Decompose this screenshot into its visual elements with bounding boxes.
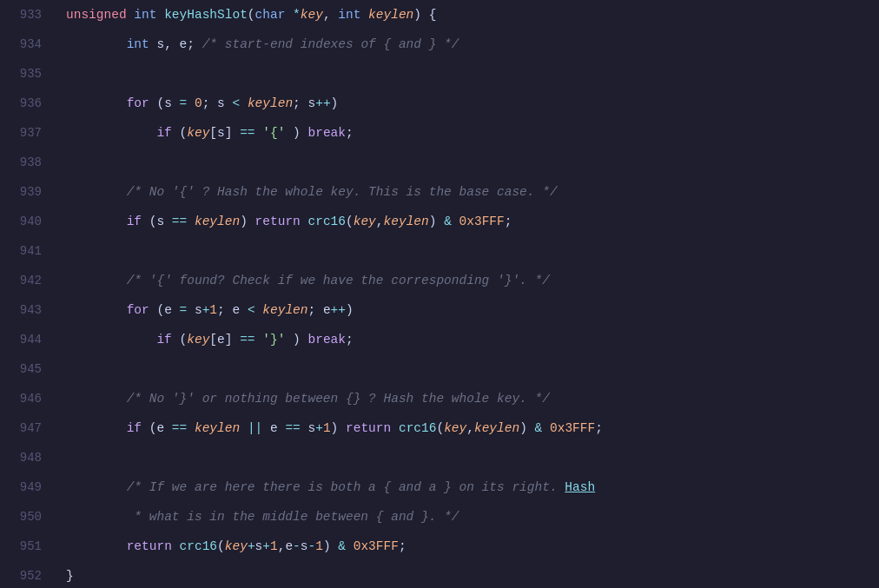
- token-punc: ;: [399, 539, 406, 553]
- token-punc: [: [209, 333, 217, 347]
- token-op: -: [293, 539, 301, 553]
- token-punc: ]: [225, 126, 240, 140]
- token-white: [66, 333, 156, 347]
- token-punc: (: [436, 421, 444, 435]
- line-number: 945: [9, 354, 42, 384]
- token-op: ==: [285, 421, 307, 435]
- token-num: 1: [323, 421, 331, 435]
- token-white: [66, 480, 127, 494]
- token-white: [66, 126, 156, 140]
- token-op: ++: [315, 96, 330, 110]
- token-punc: (: [346, 215, 354, 228]
- token-white: [66, 421, 127, 435]
- token-param: key: [187, 333, 209, 347]
- token-op: =: [180, 303, 195, 317]
- token-kw-type: int: [338, 8, 368, 22]
- token-kw-ctrl: break: [307, 333, 346, 347]
- token-hex: 0x3FFF: [459, 215, 505, 228]
- token-comment: /* No '}' or nothing between {} ? Hash t…: [127, 392, 550, 406]
- line-number: 950: [9, 502, 42, 532]
- token-kw-type: int: [134, 8, 164, 22]
- token-special-fn: crc16: [180, 539, 218, 553]
- token-punc: ): [293, 333, 307, 347]
- token-white: (s: [149, 215, 172, 228]
- code-line: if (e == keylen || e == s+1) return crc1…: [66, 413, 879, 443]
- line-number: 944: [9, 325, 42, 354]
- token-op: ++: [331, 303, 346, 317]
- token-white: [66, 539, 127, 553]
- token-punc: ;: [346, 126, 354, 140]
- token-pink-kw: unsigned: [66, 8, 134, 22]
- token-op: <: [232, 96, 247, 110]
- token-white: [66, 215, 127, 228]
- token-punc: ) {: [413, 8, 436, 22]
- token-punc: ): [240, 215, 254, 228]
- token-punc: ): [429, 215, 444, 228]
- token-punc: ,: [323, 8, 338, 22]
- code-line: unsigned int keyHashSlot(char *key, int …: [66, 0, 879, 30]
- line-number: 934: [9, 30, 42, 59]
- token-white: ; e: [308, 303, 331, 317]
- line-number: 951: [9, 532, 42, 561]
- code-line: * what is in the middle between { and }.…: [66, 502, 879, 532]
- token-punc: ): [323, 539, 338, 553]
- token-punc: ): [331, 421, 346, 435]
- code-line: if (key[s] == '{' ) break;: [66, 118, 879, 148]
- token-param: keylen: [195, 421, 248, 435]
- token-kw-ctrl: return: [346, 421, 399, 435]
- token-punc: (: [180, 333, 188, 347]
- code-line: /* '{' found? Check if we have the corre…: [66, 266, 879, 295]
- line-number: 952: [9, 561, 42, 588]
- line-number: 936: [9, 89, 42, 118]
- line-number: 935: [9, 59, 42, 89]
- token-kw-ctrl: if: [156, 333, 179, 347]
- token-kw-type: int: [127, 37, 157, 51]
- line-number: 933: [9, 0, 42, 30]
- token-punc: (: [217, 539, 225, 553]
- token-white: [66, 510, 127, 524]
- token-white: [66, 37, 127, 51]
- token-white: s: [255, 539, 263, 553]
- code-line: if (key[e] == '}' ) break;: [66, 325, 879, 354]
- token-white: ; e: [217, 303, 248, 317]
- code-editor: 9339349359369379389399409419429439449459…: [0, 0, 879, 588]
- token-hex: 0x3FFF: [550, 421, 595, 435]
- token-white: s: [308, 421, 316, 435]
- token-param: keylen: [474, 421, 519, 435]
- token-comment: /* If we are here there is both a { and …: [127, 480, 565, 494]
- line-number: 942: [9, 266, 42, 295]
- token-op: +: [262, 539, 270, 553]
- token-punc: (: [156, 303, 164, 317]
- token-param: key: [225, 539, 248, 553]
- code-line: int s, e; /* start-end indexes of { and …: [66, 30, 879, 59]
- token-white: e: [285, 539, 293, 553]
- code-line: [66, 443, 879, 472]
- token-punc: (: [156, 96, 164, 110]
- token-param: keylen: [368, 8, 413, 22]
- token-op: *: [293, 8, 301, 22]
- token-punc: ;: [595, 421, 603, 435]
- line-number: 949: [9, 472, 42, 502]
- token-param: keylen: [384, 215, 429, 228]
- token-param: keylen: [262, 303, 307, 317]
- code-line: [66, 354, 879, 384]
- line-number: 943: [9, 295, 42, 325]
- token-op: &: [338, 539, 353, 553]
- line-number: 946: [9, 384, 42, 413]
- code-line: /* No '{' ? Hash the whole key. This is …: [66, 177, 879, 207]
- token-param: key: [301, 8, 323, 22]
- code-content[interactable]: unsigned int keyHashSlot(char *key, int …: [50, 0, 879, 588]
- token-punc: ]: [225, 333, 240, 347]
- token-white: [66, 96, 127, 110]
- token-white: s: [195, 303, 202, 317]
- token-op: &: [535, 421, 550, 435]
- token-white: s: [217, 126, 225, 140]
- code-line: for (s = 0; s < keylen; s++): [66, 89, 879, 118]
- code-line: [66, 236, 879, 266]
- token-num: 1: [315, 539, 323, 553]
- token-white: [66, 392, 127, 406]
- token-white: e: [217, 333, 225, 347]
- token-white: [66, 274, 127, 287]
- token-white: e: [164, 303, 179, 317]
- token-white: s: [164, 96, 179, 110]
